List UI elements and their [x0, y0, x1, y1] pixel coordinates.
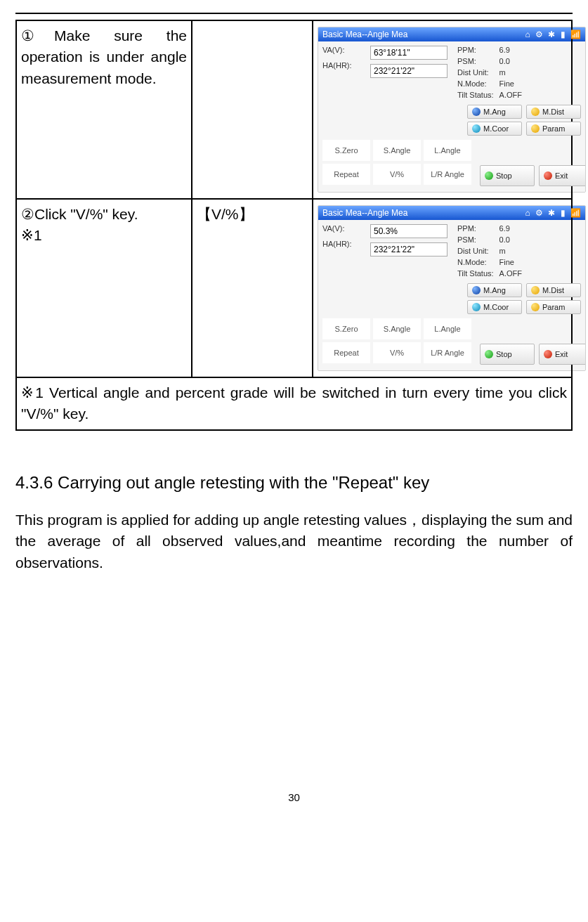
ppm-label: PPM:: [457, 46, 494, 57]
bluetooth-icon: ✱: [548, 208, 555, 218]
mdist-button[interactable]: M.Dist: [526, 283, 581, 297]
exit-button[interactable]: Exit: [539, 344, 586, 365]
window-title: Basic Mea--Angle Mea: [322, 208, 407, 218]
ppm-label: PPM:: [457, 224, 494, 235]
nmode-value: Fine: [499, 79, 522, 91]
va-field[interactable]: [370, 46, 447, 60]
langle-key[interactable]: L.Angle: [424, 140, 471, 161]
param-button[interactable]: Param: [526, 300, 581, 314]
softkeys: S.Zero S.Angle L.Angle Repeat V/% L/R An…: [322, 140, 471, 186]
circle-icon: [544, 171, 552, 180]
param-button[interactable]: Param: [526, 122, 581, 136]
dist-value: m: [499, 247, 522, 258]
status-icons: ⌂ ⚙ ✱ ▮ 📶: [522, 208, 581, 218]
stats-column: PPM: PSM: Dist Unit: N.Mode: Tilt Status…: [457, 46, 581, 102]
table-note-row: ※1 Vertical angle and percent grade will…: [16, 377, 572, 430]
mang-button[interactable]: M.Ang: [467, 283, 522, 297]
lrangle-key[interactable]: L/R Angle: [424, 164, 471, 185]
szero-key[interactable]: S.Zero: [322, 318, 370, 339]
button-row-2: M.Coor Param: [318, 299, 585, 316]
battery-icon: ▮: [561, 208, 566, 218]
button-row-2: M.Coor Param: [318, 120, 585, 137]
device-screenshot-1: Basic Mea--Angle Mea ⌂ ⚙ ✱ ▮ 📶 VA(V): HA: [318, 27, 586, 193]
mdist-button[interactable]: M.Dist: [526, 105, 581, 119]
stop-button[interactable]: Stop: [480, 165, 535, 186]
psm-label: PSM:: [457, 235, 494, 247]
lower-grid: S.Zero S.Angle L.Angle Repeat V/% L/R An…: [318, 316, 585, 370]
lrangle-key[interactable]: L/R Angle: [424, 342, 471, 363]
document-page: ①Make sure the operation is under angle …: [0, 0, 588, 819]
va-field[interactable]: [370, 224, 447, 238]
reading-values: [370, 46, 453, 102]
dist-label: Dist Unit:: [457, 68, 494, 79]
signal-icon: 📶: [570, 208, 581, 218]
dist-value: m: [499, 68, 522, 79]
circle-icon: [544, 350, 552, 358]
circle-icon: [485, 171, 493, 180]
circle-icon: [472, 303, 481, 311]
home-icon: ⌂: [525, 208, 530, 218]
ha-field[interactable]: [370, 242, 447, 257]
ha-label: HA(HR):: [322, 61, 366, 70]
vpercent-key[interactable]: V/%: [373, 164, 421, 185]
psm-label: PSM:: [457, 57, 494, 68]
reading-labels: VA(V): HA(HR):: [322, 46, 366, 102]
button-row-1: M.Ang M.Dist: [318, 282, 585, 299]
device-screenshot-2: Basic Mea--Angle Mea ⌂ ⚙ ✱ ▮ 📶 VA(V): HA: [318, 205, 586, 371]
step1-desc: ①Make sure the operation is under angle …: [16, 20, 192, 199]
signal-icon: 📶: [570, 30, 581, 39]
bluetooth-icon: ✱: [548, 30, 555, 39]
repeat-key[interactable]: Repeat: [322, 342, 370, 363]
va-label: VA(V):: [322, 224, 366, 233]
circle-icon: [472, 108, 481, 116]
vpercent-key[interactable]: V/%: [373, 342, 421, 363]
titlebar: Basic Mea--Angle Mea ⌂ ⚙ ✱ ▮ 📶: [318, 206, 585, 220]
reading-values: [370, 224, 453, 280]
tilt-value: A.OFF: [499, 91, 522, 102]
button-row-1: M.Ang M.Dist: [318, 103, 585, 120]
mang-button[interactable]: M.Ang: [467, 105, 522, 119]
gear-icon: ⚙: [535, 208, 543, 218]
page-number: 30: [15, 791, 573, 803]
circle-icon: [485, 350, 493, 358]
step2-desc: ②Click "V/%" key. ※1: [16, 199, 192, 377]
stop-button[interactable]: Stop: [480, 344, 535, 365]
instruction-table: ①Make sure the operation is under angle …: [15, 20, 573, 431]
tilt-value: A.OFF: [499, 269, 522, 280]
stats-column: PPM: PSM: Dist Unit: N.Mode: Tilt Status…: [457, 224, 581, 280]
mcoor-button[interactable]: M.Coor: [467, 300, 522, 314]
va-label: VA(V):: [322, 46, 366, 54]
ppm-value: 6.9: [499, 224, 522, 235]
step1-key: [192, 20, 313, 199]
langle-key[interactable]: L.Angle: [424, 318, 471, 339]
right-buttons: Stop Exit: [480, 140, 586, 186]
step2-key: 【V/%】: [192, 199, 313, 377]
status-icons: ⌂ ⚙ ✱ ▮ 📶: [522, 30, 581, 39]
tilt-label: Tilt Status:: [457, 91, 494, 102]
mcoor-button[interactable]: M.Coor: [467, 122, 522, 136]
circle-icon: [531, 286, 540, 294]
psm-value: 0.0: [499, 57, 522, 68]
repeat-key[interactable]: Repeat: [322, 164, 370, 185]
table-row: ①Make sure the operation is under angle …: [16, 20, 572, 199]
step2-line2: ※1: [21, 225, 187, 246]
step2-line1: ②Click "V/%" key.: [21, 204, 187, 225]
ppm-value: 6.9: [499, 46, 522, 57]
top-rule: [15, 13, 573, 14]
sangle-key[interactable]: S.Angle: [373, 318, 421, 339]
tilt-label: Tilt Status:: [457, 269, 494, 280]
ha-label: HA(HR):: [322, 240, 366, 248]
section-paragraph: This program is applied for adding up an…: [15, 509, 573, 573]
lower-grid: S.Zero S.Angle L.Angle Repeat V/% L/R An…: [318, 137, 585, 192]
exit-button[interactable]: Exit: [539, 165, 586, 186]
readings-area: VA(V): HA(HR): PPM: PSM: Dist Unit:: [318, 41, 585, 103]
section-title: 4.3.6 Carrying out angle retesting with …: [15, 473, 573, 493]
ha-field[interactable]: [370, 64, 447, 78]
right-buttons: Stop Exit: [480, 318, 586, 365]
home-icon: ⌂: [525, 30, 530, 39]
circle-icon: [531, 303, 540, 311]
step1-screenshot-cell: Basic Mea--Angle Mea ⌂ ⚙ ✱ ▮ 📶 VA(V): HA: [313, 20, 572, 199]
sangle-key[interactable]: S.Angle: [373, 140, 421, 161]
szero-key[interactable]: S.Zero: [322, 140, 370, 161]
softkeys: S.Zero S.Angle L.Angle Repeat V/% L/R An…: [322, 318, 471, 365]
